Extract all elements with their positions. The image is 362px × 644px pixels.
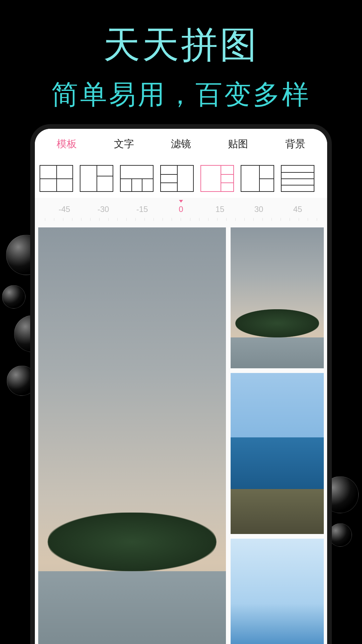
hero-subtitle: 简单易用，百变多样 (0, 70, 362, 113)
rotation-ruler[interactable]: -45 -30 -15 0 15 30 45 (35, 198, 327, 224)
collage-cell[interactable] (231, 539, 324, 644)
collage-canvas[interactable] (35, 224, 327, 644)
landscape-sea (231, 437, 324, 489)
landscape-rocks (231, 489, 324, 534)
tab-text[interactable]: 文字 (108, 134, 140, 154)
ruler-tick: -30 (84, 205, 123, 214)
ruler-tick: -45 (45, 205, 84, 214)
landscape-island (235, 309, 319, 337)
bubble-decoration (328, 523, 352, 547)
tab-sticker[interactable]: 贴图 (222, 134, 254, 154)
ruler-tick: 30 (239, 205, 278, 214)
landscape-water (231, 337, 324, 368)
ruler-tick: 15 (200, 205, 239, 214)
template-option[interactable] (120, 165, 154, 192)
collage-cell[interactable] (231, 373, 324, 534)
tab-template[interactable]: 模板 (51, 134, 83, 154)
ruler-current: 0 (162, 205, 200, 214)
template-option[interactable] (40, 165, 73, 192)
ruler-tick: -15 (123, 205, 162, 214)
template-list[interactable] (35, 159, 327, 198)
bubble-decoration (2, 285, 25, 309)
ruler-tick: 45 (278, 205, 317, 214)
landscape-island (48, 513, 217, 571)
template-option-selected[interactable] (200, 165, 234, 192)
editor-tabs: 模板 文字 滤镜 贴图 背景 (35, 129, 327, 159)
template-option[interactable] (160, 165, 194, 192)
landscape-water (38, 571, 226, 644)
template-option[interactable] (241, 165, 274, 192)
ruler-ticks (45, 218, 317, 221)
template-option[interactable] (80, 165, 113, 192)
hero-title: 天天拼图 (0, 0, 362, 70)
collage-cell[interactable] (231, 227, 324, 368)
template-option[interactable] (281, 165, 314, 192)
tab-filter[interactable]: 滤镜 (165, 134, 197, 154)
tab-background[interactable]: 背景 (279, 134, 311, 154)
phone-frame: 模板 文字 滤镜 贴图 背景 -45 -30 -15 0 15 (30, 124, 332, 644)
collage-cell-main[interactable] (38, 227, 226, 644)
